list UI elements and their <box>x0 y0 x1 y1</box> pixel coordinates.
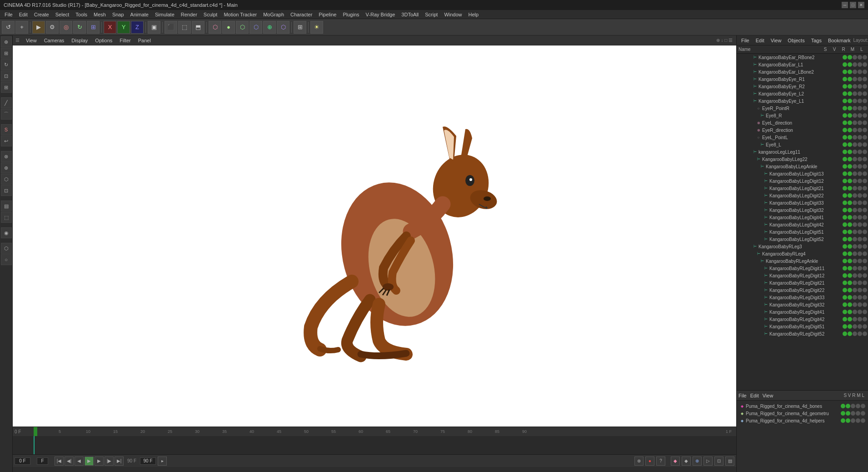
tl-icon-grid[interactable]: ▤ <box>725 457 734 466</box>
menu-tools[interactable]: Tools <box>73 11 90 18</box>
attr-menu-file[interactable]: File <box>738 393 747 398</box>
toolbar-render-active[interactable]: ⬒ <box>192 21 205 34</box>
left-tool-13[interactable]: ⊡ <box>1 185 12 196</box>
objects-list-item[interactable]: ⊢KangarooBabyRLegDigit41 <box>737 308 868 316</box>
menu-mesh[interactable]: Mesh <box>91 11 109 18</box>
vp-menu-display[interactable]: Display <box>70 38 90 43</box>
objects-list-item[interactable]: ⊢KangarooBabyLLegDigit12 <box>737 177 868 185</box>
vp-menu-view[interactable]: View <box>24 38 39 43</box>
pb-prev-key[interactable]: ◀| <box>65 457 74 466</box>
objects-list-item[interactable]: ⊢Eye8_R <box>737 112 868 119</box>
toolbar-green2[interactable]: ⊕ <box>263 21 276 34</box>
toolbar-scale[interactable]: ⊞ <box>87 21 100 34</box>
objects-list-item[interactable]: ⊢KangarooBabyRLegDigit51 <box>737 323 868 330</box>
tab-view[interactable]: View <box>768 37 784 44</box>
objects-list-item[interactable]: ○EyeL_PointL <box>737 134 868 141</box>
attr-menu-edit[interactable]: Edit <box>750 393 759 398</box>
attr-obj-2[interactable]: ◆ Puma_Rigged_for_cinema_4d_geometru <box>738 410 866 417</box>
left-tool-15[interactable]: ⬚ <box>1 212 12 223</box>
viewport[interactable] <box>13 45 736 427</box>
vp-menu-options[interactable]: Options <box>93 38 114 43</box>
left-tool-17[interactable]: ⬡ <box>1 243 12 254</box>
objects-list-item[interactable]: ⊢KangarooBabyLLegDigit22 <box>737 192 868 199</box>
menu-3dtoall[interactable]: 3DToAll <box>399 11 421 18</box>
left-tool-move[interactable]: ⊕ <box>1 36 12 47</box>
objects-list-item[interactable]: ⊢KangarooBabyLLegDigit51 <box>737 228 868 236</box>
pb-beginning[interactable]: |◀ <box>55 457 64 466</box>
left-tool-11[interactable]: ⊕ <box>1 162 12 173</box>
objects-list-item[interactable]: ⊢KangarooBabyRLegDigit42 <box>737 316 868 323</box>
objects-list-item[interactable]: ⊢KangarooBabyLLegDigit32 <box>737 206 868 214</box>
frame-end-input[interactable] <box>140 457 156 465</box>
tab-file[interactable]: File <box>738 37 752 44</box>
menu-file[interactable]: File <box>2 11 15 18</box>
objects-list-item[interactable]: ⊢KangarooBabyLLegAnkle <box>737 163 868 170</box>
objects-list-item[interactable]: ⊢KangarooBabyRLegDigit33 <box>737 294 868 301</box>
toolbar-render-view[interactable]: ▶ <box>32 21 45 34</box>
tl-icon-key3[interactable]: ⊕ <box>693 457 702 466</box>
left-tool-rotate[interactable]: ↻ <box>1 59 12 70</box>
vp-menu-filter[interactable]: Filter <box>118 38 132 43</box>
pb-end[interactable]: ▶| <box>115 457 124 466</box>
left-tool-scale[interactable]: ⊞ <box>1 48 12 59</box>
toolbar-purple[interactable]: ⬡ <box>277 21 289 34</box>
objects-list-item[interactable]: ⊢KangarooBabyEar_RBone2 <box>737 54 868 61</box>
left-tool-8[interactable]: S <box>1 124 12 135</box>
maximize-button[interactable]: □ <box>850 2 856 8</box>
objects-list-item[interactable]: ⊢KangarooBabyLLegDigit41 <box>737 214 868 221</box>
menu-pipeline[interactable]: Pipeline <box>316 11 339 18</box>
close-button[interactable]: ✕ <box>858 2 864 8</box>
vp-menu-panel[interactable]: Panel <box>136 38 153 43</box>
objects-list-item[interactable]: ⊢KangarooBabyLLeg22 <box>737 156 868 163</box>
toolbar-light[interactable]: ☀ <box>310 21 323 34</box>
left-tool-7[interactable]: ⌒ <box>1 109 12 120</box>
attr-obj-3[interactable]: ◆ Puma_Rigged_for_cinema_4d_helpers <box>738 417 866 424</box>
menu-character[interactable]: Character <box>288 11 315 18</box>
objects-list-item[interactable]: ⊢KangarooBabyLLegDigit21 <box>737 185 868 192</box>
objects-list-item[interactable]: ⊢kangarooLegLLeg11 <box>737 148 868 156</box>
tab-tags[interactable]: Tags <box>808 37 824 44</box>
menu-edit[interactable]: Edit <box>16 11 30 18</box>
left-tool-16[interactable]: ◉ <box>1 227 12 238</box>
objects-list-item[interactable]: ⊢KangarooBabyLLegDigit33 <box>737 199 868 206</box>
objects-list-item[interactable]: ⊕EyeL_direction <box>737 119 868 126</box>
objects-list-item[interactable]: ⊢KangarooBabyRLegDigit11 <box>737 265 868 272</box>
toolbar-green-obj[interactable]: ⬡ <box>236 21 249 34</box>
tab-objects[interactable]: Objects <box>785 37 807 44</box>
tl-icon-1[interactable]: ⊕ <box>634 457 644 466</box>
toolbar-cube[interactable]: ⬡ <box>209 21 221 34</box>
toolbar-blue-obj[interactable]: ⬡ <box>249 21 262 34</box>
menu-render[interactable]: Render <box>178 11 200 18</box>
toolbar-axis-z[interactable]: Z <box>131 21 144 34</box>
objects-list-item[interactable]: ⊢KangarooBabyEye_R2 <box>737 83 868 90</box>
menu-select[interactable]: Select <box>53 11 72 18</box>
objects-list-item[interactable]: ⊢KangarooBabyRLegAnkle <box>737 257 868 265</box>
toolbar-undo[interactable]: ↺ <box>2 21 15 34</box>
menu-script[interactable]: Script <box>422 11 440 18</box>
left-tool-6[interactable]: ╱ <box>1 97 12 108</box>
toolbar-sphere[interactable]: ● <box>222 21 235 34</box>
attr-menu-view[interactable]: View <box>763 393 773 398</box>
pb-frame-counter[interactable]: ▸ <box>158 457 167 466</box>
toolbar-select[interactable]: ▣ <box>148 21 160 34</box>
objects-list-item[interactable]: ⊢KangarooBabyRLegDigit52 <box>737 330 868 337</box>
left-tool-14[interactable]: ▤ <box>1 201 12 211</box>
menu-plugins[interactable]: Plugins <box>340 11 362 18</box>
menu-help[interactable]: Help <box>466 11 482 18</box>
objects-list-item[interactable]: ⊢KangarooBabyRLegDigit21 <box>737 279 868 286</box>
menu-mograph[interactable]: MoGraph <box>260 11 287 18</box>
objects-list-item[interactable]: ⊢KangarooBabyRLegDigit22 <box>737 286 868 294</box>
objects-list-item[interactable]: ⊢KangarooBabyEye_L1 <box>737 97 868 105</box>
toolbar-axis-y[interactable]: Y <box>117 21 130 34</box>
menu-create[interactable]: Create <box>31 11 52 18</box>
objects-list-item[interactable]: ⊢KangarooBabyEye_R1 <box>737 75 868 83</box>
left-tool-9[interactable]: ↩ <box>1 136 12 146</box>
menu-animate[interactable]: Animate <box>128 11 151 18</box>
objects-list-item[interactable]: ⊢Eye8_L <box>737 141 868 148</box>
objects-list-item[interactable]: ⊢KangarooBabyLLegDigit52 <box>737 236 868 243</box>
objects-list[interactable]: ⊢KangarooBabyEar_RBone2⊢KangarooBabyEar_… <box>737 54 868 390</box>
objects-list-item[interactable]: ⊢KangarooBabyEar_LBone2 <box>737 68 868 75</box>
toolbar-rotate[interactable]: ↻ <box>73 21 86 34</box>
toolbar-new-object[interactable]: + <box>15 21 28 34</box>
objects-list-item[interactable]: ○EyeR_PointR <box>737 105 868 112</box>
